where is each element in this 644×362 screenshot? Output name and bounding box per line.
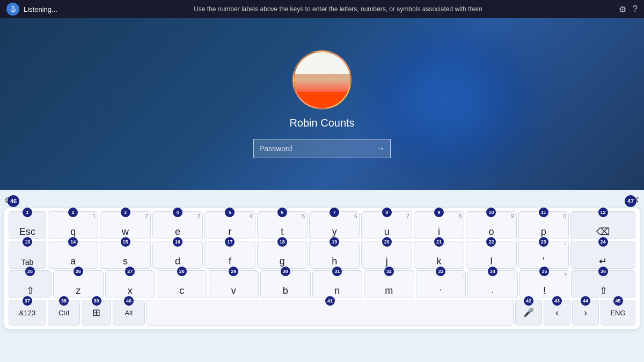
avatar <box>292 50 352 109</box>
key-shift-right[interactable]: 36 ⇧ <box>571 270 635 298</box>
key-o[interactable]: 10 9 o <box>466 211 516 239</box>
key-i[interactable]: 9 8 i <box>414 211 464 239</box>
key-t[interactable]: 6 5 t <box>257 211 308 239</box>
key-j[interactable]: 20 j <box>361 241 412 269</box>
key-label-v: v <box>231 286 236 295</box>
badge-26: 26 <box>74 267 83 276</box>
key-x[interactable]: 27 x <box>105 270 156 298</box>
badge-13: 13 <box>23 237 32 247</box>
key-label-r: r <box>228 227 231 237</box>
badge-12: 12 <box>598 208 608 217</box>
key-alt[interactable]: 40 Alt <box>113 300 145 326</box>
key-z[interactable]: 26 z <box>53 270 104 298</box>
badge-30: 30 <box>281 267 290 276</box>
key-sub-i: 8 <box>459 213 462 219</box>
edge-badge-left: 46 <box>8 195 19 207</box>
settings-icon[interactable]: ⚙ <box>619 4 626 14</box>
key-n[interactable]: 31 n <box>312 270 363 298</box>
key-sub-e: 3 <box>197 213 201 219</box>
key-w[interactable]: 3 2 w <box>100 211 150 239</box>
key-sub-w: 2 <box>145 213 148 219</box>
key-tab[interactable]: 13 Tab <box>9 241 46 269</box>
badge-4: 4 <box>173 208 182 217</box>
key-label-shift-left: ⇧ <box>26 286 34 295</box>
badge-44: 44 <box>581 296 590 306</box>
key-quote[interactable]: 23 " ' <box>518 241 569 269</box>
badge-42: 42 <box>524 296 533 306</box>
key-symbols[interactable]: 37 &123 <box>9 300 46 326</box>
key-label-exclaim: ! <box>543 286 546 295</box>
key-label-enter: ↵ <box>599 256 607 266</box>
key-ctrl[interactable]: 38 Ctrl <box>48 300 80 326</box>
key-sub-dot: : <box>514 272 515 278</box>
keyboard-topbar: ⚙ ✕ <box>4 194 640 206</box>
password-input[interactable] <box>253 139 371 158</box>
badge-9: 9 <box>434 208 444 217</box>
key-q[interactable]: 2 1 q <box>48 211 98 239</box>
key-v[interactable]: 29 v <box>209 270 259 298</box>
badge-33: 33 <box>436 267 445 276</box>
badge-25: 25 <box>25 267 35 276</box>
badge-28: 28 <box>177 267 187 276</box>
key-u[interactable]: 8 7 u <box>361 211 412 239</box>
key-r[interactable]: 5 4 r <box>204 211 255 239</box>
key-d[interactable]: 16 d <box>152 241 203 269</box>
key-mic[interactable]: 42 🎤 <box>515 300 542 326</box>
key-sub-apostrophe: ; <box>462 272 463 278</box>
key-sub-o: 9 <box>511 213 514 219</box>
key-g[interactable]: 18 g <box>257 241 308 269</box>
lockscreen: Robin Counts → <box>0 18 644 190</box>
key-f[interactable]: 17 f <box>204 241 255 269</box>
key-a[interactable]: 14 a <box>48 241 98 269</box>
badge-23: 23 <box>539 237 548 247</box>
key-e[interactable]: 4 3 e <box>152 211 203 239</box>
key-label-dot: · <box>492 288 494 295</box>
key-apostrophe[interactable]: 33 ; ' <box>416 270 466 298</box>
key-esc[interactable]: 1 Esc <box>9 211 46 239</box>
badge-21: 21 <box>434 237 444 247</box>
badge-17: 17 <box>225 237 235 247</box>
key-shift-left[interactable]: 25 ⇧ <box>9 270 52 298</box>
key-l[interactable]: 22 l <box>466 241 516 269</box>
key-windows[interactable]: 39 ⊞ <box>82 300 111 326</box>
badge-40: 40 <box>124 296 134 306</box>
key-sub-q: 1 <box>93 213 96 219</box>
key-h[interactable]: 19 h <box>309 241 360 269</box>
key-label-q: q <box>70 227 76 237</box>
key-exclaim[interactable]: 35 ? ! <box>519 270 570 298</box>
key-right[interactable]: 44 › <box>572 300 599 326</box>
key-backspace[interactable]: 12 ⌫ <box>570 211 635 239</box>
key-y[interactable]: 7 6 y <box>309 211 360 239</box>
key-lang[interactable]: 45 ENG <box>601 300 635 326</box>
key-m[interactable]: 32 m <box>364 270 414 298</box>
badge-32: 32 <box>384 267 394 276</box>
key-label-o: o <box>488 227 494 237</box>
mic-icon[interactable] <box>6 3 19 16</box>
keyboard-row-2: 13 Tab 14 a 15 s 16 d 17 f 18 g <box>9 241 635 269</box>
key-sub-quote: " <box>565 243 567 249</box>
key-enter[interactable]: 24 ↵ <box>570 241 635 269</box>
key-c[interactable]: 28 c <box>157 270 207 298</box>
badge-19: 19 <box>330 237 339 247</box>
help-icon[interactable]: ? <box>633 4 638 14</box>
badge-8: 8 <box>382 208 392 217</box>
keyboard-row-3: 25 ⇧ 26 z 27 x 28 c 29 v 30 b <box>9 270 635 298</box>
listening-status: Listening... <box>24 5 57 13</box>
key-p[interactable]: 11 0 p <box>518 211 569 239</box>
key-label-i: i <box>438 227 440 237</box>
key-label-tab: Tab <box>21 258 34 266</box>
key-dot[interactable]: 34 : · <box>467 270 518 298</box>
key-label-d: d <box>175 256 180 266</box>
key-b[interactable]: 30 b <box>260 270 311 298</box>
badge-39: 39 <box>92 296 101 306</box>
key-space[interactable]: 41 <box>147 300 514 326</box>
key-s[interactable]: 15 s <box>100 241 150 269</box>
badge-38: 38 <box>59 296 69 306</box>
key-k[interactable]: 21 k <box>414 241 464 269</box>
key-label-j: j <box>386 256 388 266</box>
badge-11: 11 <box>539 208 548 217</box>
key-left[interactable]: 43 ‹ <box>544 300 570 326</box>
password-submit-button[interactable]: → <box>371 139 391 158</box>
badge-15: 15 <box>121 237 130 247</box>
key-label-s: s <box>123 256 128 266</box>
